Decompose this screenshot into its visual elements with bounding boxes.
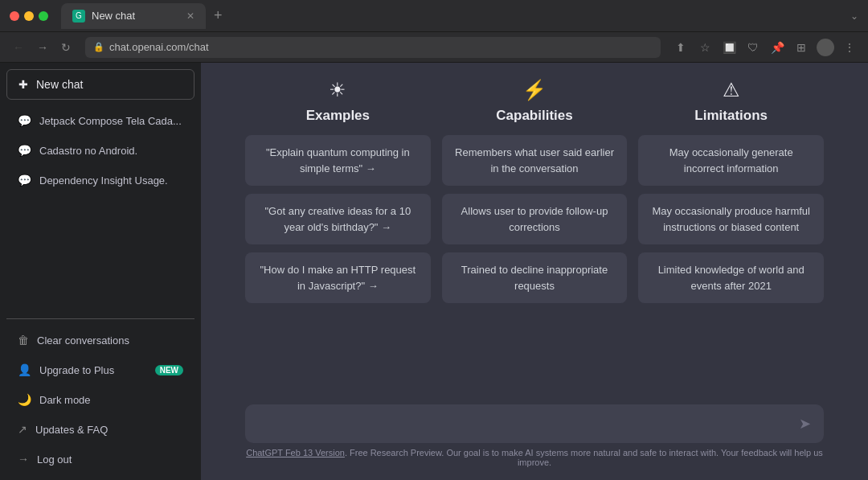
capabilities-title: Capabilities [496,108,572,124]
traffic-lights [10,11,48,21]
capabilities-header: ⚡ Capabilities [496,79,572,124]
examples-column: ☀ Examples "Explain quantum computing in… [245,79,431,303]
bookmark-icon[interactable]: ☆ [696,39,714,56]
share-icon[interactable]: ⬆ [672,39,690,56]
chat-history-item[interactable]: 💬 Dependency Insight Usage. [6,166,194,195]
examples-title: Examples [306,108,370,124]
user-icon: 👤 [18,363,31,376]
new-chat-plus-icon: ✚ [18,78,28,91]
new-chat-button[interactable]: ✚ New chat [6,69,194,100]
profile-avatar[interactable] [817,39,834,56]
capabilities-column: ⚡ Capabilities Remembers what user said … [442,79,628,303]
updates-faq-button[interactable]: ↗ Updates & FAQ [6,415,194,444]
chat-item-label: Dependency Insight Usage. [39,174,168,187]
toolbar-actions: ⬆ ☆ 🔲 🛡 📌 ⊞ ⋮ [672,39,858,56]
example-card-3[interactable]: "How do I make an HTTP request in Javasc… [245,252,431,303]
clear-conversations-button[interactable]: 🗑 Clear conversations [6,326,194,355]
sun-icon: ☀ [329,79,346,101]
input-area: ➤ ChatGPT Feb 13 Version. Free Research … [245,404,824,480]
sidebar: ✚ New chat 💬 Jetpack Compose Tela Cada..… [0,63,201,480]
updates-faq-label: Updates & FAQ [35,424,108,436]
example-card-2[interactable]: "Got any creative ideas for a 10 year ol… [245,194,431,244]
input-box: ➤ [245,404,824,443]
footer-description: . Free Research Preview. Our goal is to … [345,448,823,467]
more-options-icon[interactable]: ⋮ [841,39,858,56]
chat-item-icon: 💬 [18,174,31,187]
footer-link[interactable]: ChatGPT Feb 13 Version [246,448,345,457]
log-out-label: Log out [37,453,72,466]
limitations-column: ⚠ Limitations May occasionally generate … [638,79,824,303]
chat-item-label: Cadastro no Android. [39,145,137,157]
dark-mode-label: Dark mode [39,394,91,406]
tab-close-button[interactable]: ✕ [186,10,194,22]
tab-dropdown-button[interactable]: ⌄ [850,10,858,22]
extension-icon-3[interactable]: 📌 [768,39,786,56]
tab-bar: G New chat ✕ + ⌄ [61,3,858,29]
chat-input[interactable] [258,414,791,433]
limitation-card-1: May occasionally generate incorrect info… [638,135,824,186]
minimize-window-button[interactable] [24,11,34,21]
example-card-1[interactable]: "Explain quantum computing in simple ter… [245,135,431,186]
chat-item-label: Jetpack Compose Tela Cada... [39,115,182,127]
active-tab[interactable]: G New chat ✕ [61,3,206,29]
back-button[interactable]: ← [10,39,27,55]
forward-button[interactable]: → [34,39,51,55]
browser-toolbar: ← → ↻ 🔒 chat.openai.com/chat ⬆ ☆ 🔲 🛡 📌 ⊞… [0,32,868,63]
upgrade-label: Upgrade to Plus [39,364,114,376]
address-bar[interactable]: 🔒 chat.openai.com/chat [85,37,661,58]
extension-icon-4[interactable]: ⊞ [792,39,810,56]
external-link-icon: ↗ [18,423,27,436]
clear-conversations-label: Clear conversations [37,334,129,347]
examples-header: ☀ Examples [306,79,370,124]
url-text: chat.openai.com/chat [109,41,209,53]
chat-item-icon: 💬 [18,144,31,157]
limitation-card-3: Limited knowledge of world and events af… [638,252,824,303]
capability-card-1: Remembers what user said earlier in the … [442,135,628,186]
new-tab-button[interactable]: + [209,6,227,26]
new-badge: NEW [155,365,183,375]
reload-button[interactable]: ↻ [58,39,74,55]
limitations-title: Limitations [694,108,768,124]
limitation-card-2: May occasionally produce harmful instruc… [638,194,824,244]
capability-card-3: Trained to decline inappropriate request… [442,252,628,303]
sidebar-bottom: 🗑 Clear conversations 👤 Upgrade to Plus … [6,318,194,474]
chat-item-icon: 💬 [18,114,31,127]
send-button[interactable]: ➤ [799,415,811,433]
tab-favicon: G [72,10,85,23]
capability-card-2: Allows user to provide follow-up correct… [442,194,628,244]
logout-icon: → [18,453,29,466]
lightning-icon: ⚡ [522,79,547,101]
browser-chrome: G New chat ✕ + ⌄ [0,0,868,32]
limitations-header: ⚠ Limitations [694,79,768,124]
chat-history-item[interactable]: 💬 Cadastro no Android. [6,136,194,165]
warning-icon: ⚠ [723,79,740,101]
extension-icon-2[interactable]: 🛡 [744,39,762,56]
chat-history: 💬 Jetpack Compose Tela Cada... 💬 Cadastr… [6,106,194,317]
extension-icon-1[interactable]: 🔲 [720,39,738,56]
new-chat-label: New chat [36,78,83,91]
log-out-button[interactable]: → Log out [6,445,194,474]
moon-icon: 🌙 [18,393,31,406]
app-container: ✚ New chat 💬 Jetpack Compose Tela Cada..… [0,63,868,480]
main-content: ☀ Examples "Explain quantum computing in… [201,63,868,480]
chat-history-item[interactable]: 💬 Jetpack Compose Tela Cada... [6,106,194,135]
columns-container: ☀ Examples "Explain quantum computing in… [245,79,824,303]
footer-text: ChatGPT Feb 13 Version. Free Research Pr… [245,443,824,474]
tab-title: New chat [92,10,135,22]
close-window-button[interactable] [10,11,19,21]
upgrade-to-plus-button[interactable]: 👤 Upgrade to Plus NEW [6,355,194,384]
trash-icon: 🗑 [18,334,29,347]
dark-mode-button[interactable]: 🌙 Dark mode [6,385,194,414]
maximize-window-button[interactable] [39,11,48,21]
lock-icon: 🔒 [93,42,104,52]
